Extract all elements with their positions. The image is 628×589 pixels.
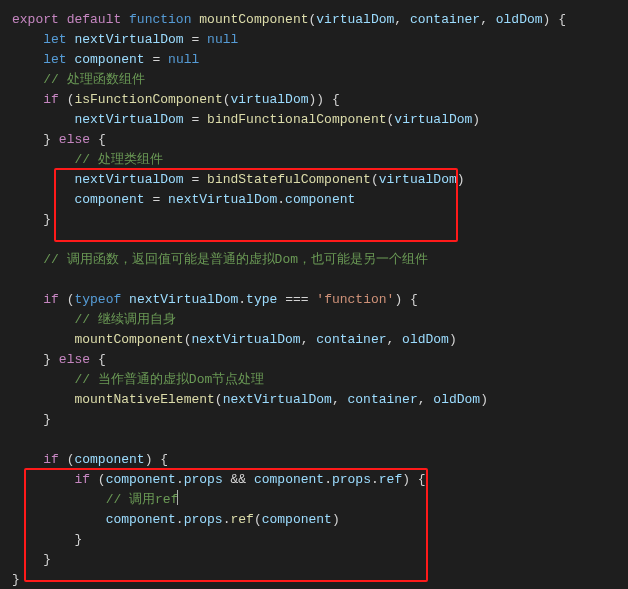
code-line: // 调用ref	[12, 492, 178, 507]
comment: // 调用函数，返回值可能是普通的虚拟Dom，也可能是另一个组件	[43, 252, 428, 267]
code-editor: export default function mountComponent(v…	[0, 0, 628, 589]
code-line: component = nextVirtualDom.component	[12, 192, 355, 207]
keyword-let: let	[43, 32, 66, 47]
keyword-export: export	[12, 12, 59, 27]
var-component: component	[74, 52, 144, 67]
arg-container: container	[348, 392, 418, 407]
call-ref: ref	[230, 512, 253, 527]
code-line: }	[12, 212, 51, 227]
code-line: let nextVirtualDom = null	[12, 32, 238, 47]
code-line: }	[12, 572, 20, 587]
comment: // 调用ref	[106, 492, 179, 507]
code-line: // 处理类组件	[12, 152, 163, 167]
keyword-else: else	[59, 352, 90, 367]
code-line: if (component) {	[12, 452, 168, 467]
code-line: // 继续调用自身	[12, 312, 176, 327]
prop-type: type	[246, 292, 277, 307]
code-line: }	[12, 532, 82, 547]
var-nextVirtualDom: nextVirtualDom	[74, 32, 183, 47]
arg-component: component	[262, 512, 332, 527]
text-caret	[177, 490, 178, 505]
arg-oldDom: oldDom	[402, 332, 449, 347]
prop-component: component	[285, 192, 355, 207]
prop-props: props	[184, 512, 223, 527]
arg-nextVirtualDom: nextVirtualDom	[223, 392, 332, 407]
keyword-if: if	[74, 472, 90, 487]
prop-ref: ref	[379, 472, 402, 487]
arg-virtualDom: virtualDom	[394, 112, 472, 127]
code-line: } else {	[12, 132, 106, 147]
param-virtualDom: virtualDom	[316, 12, 394, 27]
param-container: container	[410, 12, 480, 27]
code-line: }	[12, 412, 51, 427]
code-line: mountNativeElement(nextVirtualDom, conta…	[12, 392, 488, 407]
comment: // 当作普通的虚拟Dom节点处理	[74, 372, 264, 387]
keyword-null: null	[207, 32, 238, 47]
code-line: if (component.props && component.props.r…	[12, 472, 426, 487]
keyword-else: else	[59, 132, 90, 147]
keyword-if: if	[43, 292, 59, 307]
var-component: component	[74, 452, 144, 467]
operator-eq: ===	[285, 292, 308, 307]
code-line: export default function mountComponent(v…	[12, 12, 566, 27]
prop-props: props	[332, 472, 371, 487]
var-nextVirtualDom: nextVirtualDom	[74, 172, 183, 187]
keyword-typeof: typeof	[74, 292, 121, 307]
var-component: component	[254, 472, 324, 487]
code-line: component.props.ref(component)	[12, 512, 340, 527]
var-component: component	[106, 472, 176, 487]
keyword-if: if	[43, 452, 59, 467]
var-component: component	[74, 192, 144, 207]
var-nextVirtualDom: nextVirtualDom	[74, 112, 183, 127]
param-oldDom: oldDom	[496, 12, 543, 27]
code-line: // 处理函数组件	[12, 72, 145, 87]
code-line: mountComponent(nextVirtualDom, container…	[12, 332, 457, 347]
keyword-if: if	[43, 92, 59, 107]
code-line: let component = null	[12, 52, 199, 67]
var-component: component	[106, 512, 176, 527]
keyword-null: null	[168, 52, 199, 67]
comment: // 处理类组件	[74, 152, 162, 167]
arg-nextVirtualDom: nextVirtualDom	[191, 332, 300, 347]
keyword-let: let	[43, 52, 66, 67]
call-bindFunctionalComponent: bindFunctionalComponent	[207, 112, 386, 127]
arg-virtualDom: virtualDom	[231, 92, 309, 107]
prop-props: props	[184, 472, 223, 487]
code-line: nextVirtualDom = bindStatefulComponent(v…	[12, 172, 465, 187]
keyword-function: function	[129, 12, 191, 27]
code-line: nextVirtualDom = bindFunctionalComponent…	[12, 112, 480, 127]
call-mountNativeElement: mountNativeElement	[74, 392, 214, 407]
code-line: // 调用函数，返回值可能是普通的虚拟Dom，也可能是另一个组件	[12, 252, 428, 267]
code-line: // 当作普通的虚拟Dom节点处理	[12, 372, 264, 387]
code-line: if (typeof nextVirtualDom.type === 'func…	[12, 292, 418, 307]
call-isFunctionComponent: isFunctionComponent	[74, 92, 222, 107]
comment: // 处理函数组件	[43, 72, 144, 87]
code-line: } else {	[12, 352, 106, 367]
code-line: }	[12, 552, 51, 567]
keyword-default: default	[67, 12, 122, 27]
comment: // 继续调用自身	[74, 312, 175, 327]
function-name: mountComponent	[199, 12, 308, 27]
arg-oldDom: oldDom	[433, 392, 480, 407]
string-function: 'function'	[316, 292, 394, 307]
code-line: if (isFunctionComponent(virtualDom)) {	[12, 92, 340, 107]
call-mountComponent: mountComponent	[74, 332, 183, 347]
operator-and: &&	[231, 472, 247, 487]
var-nextVirtualDom: nextVirtualDom	[129, 292, 238, 307]
var-nextVirtualDom: nextVirtualDom	[168, 192, 277, 207]
call-bindStatefulComponent: bindStatefulComponent	[207, 172, 371, 187]
arg-container: container	[316, 332, 386, 347]
arg-virtualDom: virtualDom	[379, 172, 457, 187]
